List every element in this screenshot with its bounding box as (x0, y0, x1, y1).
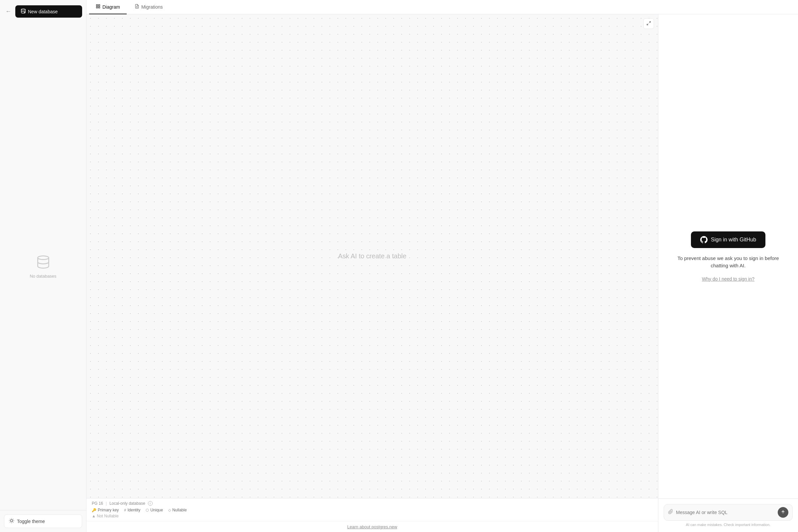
legend-nullable-label: Nullable (172, 508, 187, 512)
pg-version-label: PG 16 (92, 501, 103, 506)
unique-icon: ⬡ (146, 508, 149, 512)
collapse-sidebar-button[interactable]: ← (4, 7, 13, 16)
svg-rect-13 (96, 5, 98, 6)
svg-line-20 (647, 24, 648, 25)
ai-message-input[interactable] (676, 510, 775, 515)
paperclip-icon[interactable] (668, 509, 673, 516)
sidebar: ← New database No databases (0, 0, 87, 532)
legend-primary-key-label: Primary key (98, 508, 119, 512)
svg-line-8 (13, 522, 13, 522)
tab-migrations[interactable]: Migrations (128, 0, 170, 14)
main-content: Diagram Migrations (87, 0, 798, 532)
sidebar-header: ← New database (0, 0, 86, 23)
tab-diagram[interactable]: Diagram (89, 0, 127, 14)
svg-point-4 (11, 520, 13, 522)
svg-rect-14 (98, 5, 100, 6)
ai-input-wrap (664, 504, 793, 521)
db-type-label: Local-only database (109, 501, 145, 506)
not-nullable-label: ▲ Not Nullable (92, 514, 119, 518)
svg-rect-16 (96, 7, 98, 8)
diagram-meta: PG 16 | Local-only database i (92, 501, 653, 506)
sidebar-bottom: Toggle theme (0, 510, 86, 532)
content-area: Ask AI to create a table PG 16 | Local-o… (87, 14, 798, 532)
new-database-label: New database (28, 9, 58, 14)
ai-sign-in-content: Sign in with GitHub To prevent abuse we … (658, 14, 798, 498)
database-icon (36, 255, 51, 270)
legend-primary-key: 🔑 Primary key (92, 508, 119, 512)
svg-line-19 (649, 21, 650, 23)
fullscreen-icon (646, 21, 651, 26)
learn-link-bar: Learn about postgres.new (87, 521, 658, 532)
tab-bar: Diagram Migrations (87, 0, 798, 14)
diagram-panel: Ask AI to create a table PG 16 | Local-o… (87, 14, 658, 532)
learn-link[interactable]: Learn about postgres.new (347, 524, 397, 529)
legend-identity-label: Identity (127, 508, 140, 512)
ai-disclaimer: AI can make mistakes. Check important in… (664, 523, 793, 527)
send-icon (781, 510, 785, 515)
toggle-theme-label: Toggle theme (17, 519, 45, 524)
tab-migrations-label: Migrations (141, 4, 163, 10)
nullable-icon: ◇ (168, 508, 171, 512)
why-sign-in-link[interactable]: Why do I need to sign in? (702, 276, 755, 282)
info-icon[interactable]: i (148, 501, 153, 506)
diagram-placeholder-text: Ask AI to create a table (338, 252, 407, 260)
diagram-footer: PG 16 | Local-only database i 🔑 Primary … (87, 498, 658, 521)
tab-diagram-label: Diagram (102, 4, 120, 10)
legend-unique-label: Unique (150, 508, 163, 512)
sign-in-github-label: Sign in with GitHub (711, 237, 756, 243)
hash-icon: # (124, 508, 126, 512)
fullscreen-button[interactable] (643, 18, 654, 29)
migrations-icon (135, 4, 139, 10)
legend-identity: # Identity (124, 508, 140, 512)
github-icon (700, 236, 707, 243)
send-button[interactable] (778, 507, 788, 518)
sidebar-empty-state: No databases (0, 23, 86, 510)
ai-description: To prevent abuse we ask you to sign in b… (675, 255, 781, 270)
svg-point-0 (21, 8, 25, 10)
legend: 🔑 Primary key # Identity ⬡ Unique ◇ Null… (92, 508, 653, 512)
ai-input-area: AI can make mistakes. Check important in… (658, 498, 798, 532)
collapse-icon: ← (5, 8, 11, 15)
database-plus-icon (21, 8, 26, 15)
toggle-theme-button[interactable]: Toggle theme (4, 514, 82, 528)
diagram-icon (96, 4, 100, 10)
sun-icon (9, 518, 14, 524)
svg-line-12 (13, 519, 13, 519)
no-databases-text: No databases (30, 274, 56, 279)
ai-panel: Sign in with GitHub To prevent abuse we … (658, 14, 798, 532)
new-database-button[interactable]: New database (15, 5, 82, 18)
svg-point-3 (38, 256, 49, 259)
not-nullable-row: ▲ Not Nullable (92, 514, 653, 518)
svg-rect-15 (98, 7, 100, 8)
legend-nullable: ◇ Nullable (168, 508, 187, 512)
meta-separator: | (106, 501, 107, 506)
svg-line-11 (10, 522, 10, 522)
sign-in-github-button[interactable]: Sign in with GitHub (691, 231, 765, 248)
diagram-canvas: Ask AI to create a table (87, 14, 658, 498)
legend-unique: ⬡ Unique (146, 508, 163, 512)
key-icon: 🔑 (92, 508, 96, 512)
svg-line-7 (10, 519, 10, 519)
